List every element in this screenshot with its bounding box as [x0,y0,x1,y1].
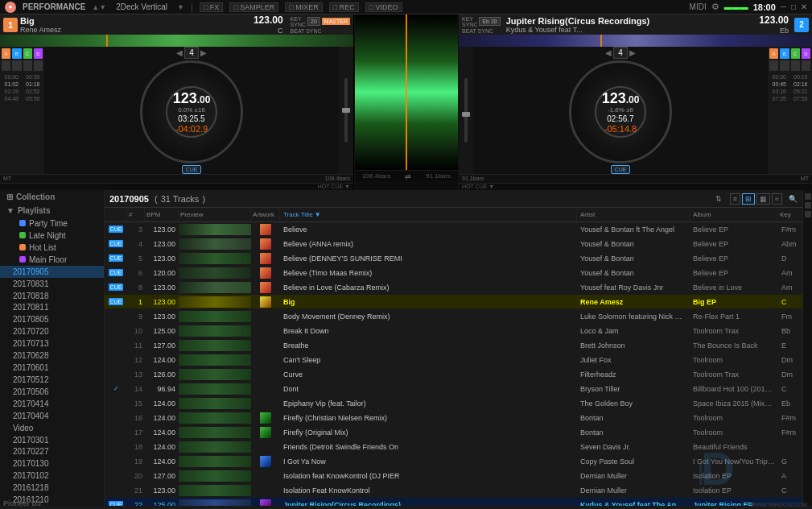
track-row[interactable]: 16 124.00 Firefly (Christian Nielsen Rem… [105,411,802,425]
view-mode-list[interactable]: ≡ [730,193,740,205]
sidebar-item-20170628[interactable]: 20170628 [0,350,104,362]
sidebar-item-20170720[interactable]: 20170720 [0,325,104,337]
hotcue-F-right[interactable] [780,60,789,71]
beat-next-left[interactable]: ▶ [200,48,207,57]
sidebar-item-20170905[interactable]: 20170905 [0,266,104,278]
hotcue-F-left[interactable] [12,60,21,71]
platter-left[interactable]: 123.00 0.0% ±16 03:25.5 -04:02.9 [140,60,243,163]
track-row[interactable]: 9 123.00 Body Movement (Denney Remix) Lu… [105,309,802,324]
track-row[interactable]: ✓ 14 96.94 Dont Bryson Tiller Billboard … [105,382,802,396]
sidebar-item-20170404[interactable]: 20170404 [0,410,104,422]
sidebar-playlists-header[interactable]: ▼ Playlists [0,204,104,217]
pitch-slider-left[interactable] [339,47,353,174]
sidebar-item-20170601[interactable]: 20170601 [0,362,104,374]
rec-btn[interactable]: □ REC [329,2,359,12]
sidebar-item-20170805[interactable]: 20170805 [0,313,104,325]
pitch-thumb-right[interactable] [462,112,470,117]
view-mode-wave[interactable]: ≈ [772,193,782,205]
hotcue-E-left[interactable] [2,60,10,71]
sidebar-item-20170713[interactable]: 20170713 [0,337,104,350]
sidebar-item-20170818[interactable]: 20170818 [0,290,104,302]
hotcue-A-left[interactable]: A [2,48,10,59]
track-row[interactable]: CUE 5 123.00 Believe (DENNEY'S SUNRISE R… [105,251,802,266]
hotcue-H-right[interactable] [802,60,810,71]
track-row[interactable]: 12 124.00 Can't Sleep Juliet Fox Toolroo… [105,353,802,367]
right-edge-btn2[interactable] [805,202,811,209]
mixer-btn[interactable]: □ MIXER [285,2,322,12]
platter-right[interactable]: 123.00 -1.6% ±6 02:56.7 -05:14.8 [569,60,672,163]
track-row-playing[interactable]: CUE 1 123.00 Big Rene Amesz Big EP C [105,295,802,309]
sidebar-item-party-time[interactable]: Party Time [0,217,104,230]
sidebar-item-late-night[interactable]: Late Night [0,230,104,242]
maximize-btn[interactable]: □ [791,2,796,11]
track-row[interactable]: CUE 6 120.00 Believe (Timo Maas Remix) Y… [105,266,802,280]
cue-btn-right[interactable]: CUE [611,165,631,174]
track-row-highlighted[interactable]: CUE 22 125.00 Jupiter Rising(Circus Reco… [105,498,802,506]
sidebar-item-20161218[interactable]: 20161218 [0,482,104,494]
hotcue-A-right[interactable]: A [769,48,778,59]
track-row[interactable]: 18 124.00 Friends (Detroit Swindle Frien… [105,440,802,454]
sidebar-item-main-floor[interactable]: Main Floor [0,254,104,266]
hotcue-D-right[interactable]: D [802,48,810,59]
search-icon[interactable]: 🔍 [789,195,798,203]
right-edge-btn3[interactable] [805,211,811,217]
sidebar-item-20170414[interactable]: 20170414 [0,398,104,410]
col-header-bpm[interactable]: BPM [145,208,179,221]
hotcue-B-left[interactable]: B [12,48,21,59]
track-row[interactable]: 13 126.00 Curve Filterheadz Toolroom Tra… [105,367,802,382]
track-row[interactable]: CUE 3 123.00 Believe Yousef & Bontan ft … [105,222,802,237]
pitch-thumb-left[interactable] [342,108,350,113]
beat-sync-btn-left[interactable]: 20 [307,17,320,26]
track-row[interactable]: 19 124.00 I Got Ya Now Copy Paste Soul I… [105,454,802,469]
hotcue-B-right[interactable]: B [780,48,789,59]
sidebar-item-20170227[interactable]: 20170227 [0,446,104,458]
sidebar-item-20170301[interactable]: 20170301 [0,434,104,446]
sort-icon[interactable]: ⇅ [715,195,722,203]
track-row[interactable]: CUE 8 123.00 Believe in Love (Cabarza Re… [105,280,802,295]
sidebar-item-20170811[interactable]: 20170811 [0,301,104,313]
fx-btn[interactable]: □ FX [200,2,223,12]
sidebar-item-20170831[interactable]: 20170831 [0,278,104,290]
right-edge-btn1[interactable] [805,193,811,200]
sidebar-item-video[interactable]: Video [0,422,104,434]
beat-next-right[interactable]: ▶ [629,48,636,57]
sidebar-item-20170130[interactable]: 20170130 [0,457,104,470]
view-mode-art[interactable]: ▦ [756,193,770,205]
center-swap-icon[interactable]: ⇄ [405,172,411,180]
col-header-title[interactable]: Track Title ▼ [280,208,577,221]
minimize-btn[interactable]: ─ [781,2,786,11]
col-header-artist[interactable]: Artist [577,208,690,221]
sidebar-item-20170102[interactable]: 20170102 [0,470,104,482]
cue-btn-left[interactable]: CUE [182,165,202,174]
track-row[interactable]: 20 127.00 Isolation feat KnowKontrol (DJ… [105,469,802,483]
hotcue-G-right[interactable] [791,60,800,71]
beat-sync-btn-right[interactable]: Eb 20 [479,17,500,26]
hotcue-C-right[interactable]: C [791,48,800,59]
track-row[interactable]: 17 124.00 Firefly (Original Mix) Bontan … [105,425,802,440]
beat-prev-right[interactable]: ◀ [605,48,612,57]
track-row[interactable]: CUE 4 123.00 Believe (ANNA remix) Yousef… [105,237,802,251]
track-row[interactable]: 11 127.00 Breathe Brett Johnson The Boun… [105,338,802,353]
track-row[interactable]: 15 124.00 Epiphany Vip (feat. Tailor) Th… [105,396,802,411]
hotcue-D-left[interactable]: D [34,48,43,59]
pitch-slider-right[interactable] [459,47,473,174]
sidebar-collection-header[interactable]: ⊞ Collection [0,190,104,204]
hotcue-E-right[interactable] [769,60,778,71]
sidebar-item-20170512[interactable]: 20170512 [0,374,104,386]
close-btn[interactable]: ✕ [801,2,807,11]
hotcue-H-left[interactable] [34,60,43,71]
hotcue-C-left[interactable]: C [23,48,32,59]
sampler-btn[interactable]: □ SAMPLER [229,2,278,12]
track-row[interactable]: 10 125.00 Break It Down Loco & Jam Toolr… [105,324,802,338]
pitch-track-right [464,78,468,143]
video-btn[interactable]: □ VIDEO [365,2,402,12]
layout-selector[interactable]: 2Deck Vertical [113,2,171,11]
sidebar-item-20170506[interactable]: 20170506 [0,386,104,398]
beat-prev-left[interactable]: ◀ [176,48,183,57]
hotcue-G-left[interactable] [23,60,32,71]
track-row[interactable]: 21 123.00 Isolation Feat KnowKontrol Dem… [105,483,802,498]
sidebar-item-hot-list[interactable]: Hot List [0,242,104,254]
col-header-album[interactable]: Album [690,208,778,221]
settings-icon[interactable]: ⚙ [711,2,719,12]
view-mode-details[interactable]: ⊞ [742,193,755,205]
